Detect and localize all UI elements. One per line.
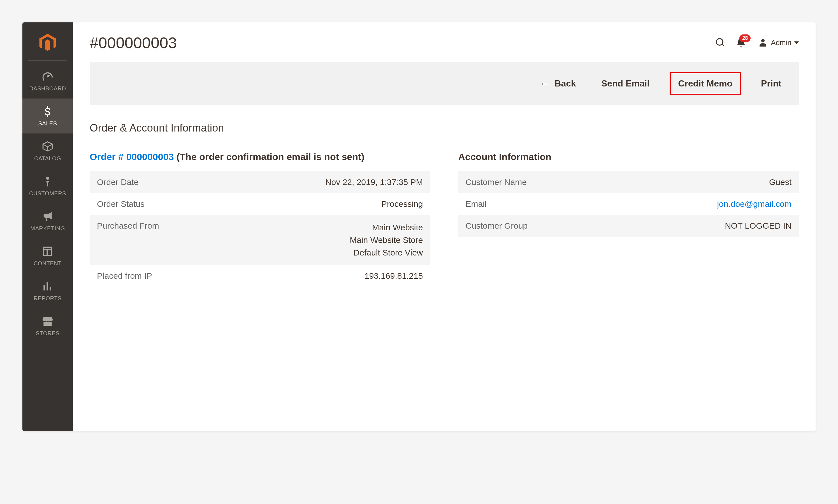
sidebar-item-label: CATALOG — [34, 155, 61, 162]
sidebar-item-label: DASHBOARD — [29, 85, 66, 92]
order-link[interactable]: Order # 000000003 — [90, 151, 174, 162]
table-row: Purchased From Main Website Main Website… — [90, 215, 430, 265]
chevron-down-icon — [794, 41, 799, 44]
action-bar: ← Back Send Email Credit Memo Print — [90, 62, 799, 105]
person-icon — [41, 175, 54, 187]
app-window: DASHBOARD SALES CATALOG CUSTOMERS MARKET — [22, 22, 816, 431]
account-heading: Account Information — [458, 150, 799, 163]
gauge-icon — [41, 70, 54, 83]
notifications-button[interactable]: 28 — [735, 37, 747, 49]
notifications-badge: 28 — [739, 34, 751, 42]
sidebar-item-dashboard[interactable]: DASHBOARD — [22, 64, 73, 98]
main-content: #000000003 28 Admin ← Back — [73, 22, 816, 431]
table-row: Placed from IP 193.169.81.215 — [90, 265, 430, 287]
placed-ip-label: Placed from IP — [90, 265, 253, 287]
section-title: Order & Account Information — [90, 122, 799, 139]
topbar: #000000003 28 Admin — [90, 34, 799, 62]
table-row: Order Status Processing — [90, 193, 430, 215]
layout-icon — [41, 245, 54, 257]
customer-name-label: Customer Name — [458, 171, 622, 193]
arrow-left-icon: ← — [540, 78, 549, 89]
sidebar-item-label: CUSTOMERS — [29, 190, 66, 197]
search-icon — [713, 37, 724, 49]
store-icon — [41, 315, 54, 327]
order-date-value: Nov 22, 2019, 1:37:35 PM — [253, 171, 430, 193]
account-info-column: Account Information Customer Name Guest … — [458, 150, 799, 287]
page-title: #000000003 — [90, 34, 713, 52]
print-button[interactable]: Print — [756, 75, 786, 91]
search-button[interactable] — [713, 37, 724, 49]
sidebar-item-stores[interactable]: STORES — [22, 308, 73, 343]
info-columns: Order # 000000003 (The order confirmatio… — [90, 150, 799, 287]
user-menu-button[interactable]: Admin — [758, 38, 799, 48]
box-icon — [41, 140, 54, 152]
order-heading: Order # 000000003 (The order confirmatio… — [90, 150, 430, 163]
table-row: Customer Group NOT LOGGED IN — [458, 215, 799, 237]
topbar-actions: 28 Admin — [713, 37, 799, 49]
send-email-button[interactable]: Send Email — [596, 75, 655, 91]
sidebar-item-catalog[interactable]: CATALOG — [22, 133, 73, 168]
print-label: Print — [761, 78, 782, 89]
sidebar-item-marketing[interactable]: MARKETING — [22, 203, 73, 238]
bar-chart-icon — [41, 280, 54, 292]
credit-memo-button[interactable]: Credit Memo — [670, 72, 741, 95]
megaphone-icon — [41, 210, 54, 222]
table-row: Email jon.doe@gmail.com — [458, 193, 799, 215]
sidebar-item-label: REPORTS — [34, 295, 62, 302]
sidebar-item-reports[interactable]: REPORTS — [22, 273, 73, 308]
back-label: Back — [554, 78, 576, 89]
table-row: Order Date Nov 22, 2019, 1:37:35 PM — [90, 171, 430, 193]
customer-group-label: Customer Group — [458, 215, 622, 237]
magento-logo[interactable] — [28, 28, 67, 61]
sidebar-item-sales[interactable]: SALES — [22, 98, 73, 133]
user-icon — [758, 38, 768, 48]
customer-group-value: NOT LOGGED IN — [622, 215, 799, 237]
dollar-icon — [41, 105, 54, 118]
order-status-value: Processing — [253, 193, 430, 215]
customer-email-value[interactable]: jon.doe@gmail.com — [622, 193, 799, 215]
customer-email-label: Email — [458, 193, 622, 215]
sidebar-item-customers[interactable]: CUSTOMERS — [22, 168, 73, 203]
sidebar-item-label: CONTENT — [34, 260, 62, 267]
purchased-from-label: Purchased From — [90, 215, 253, 265]
placed-ip-value: 193.169.81.215 — [253, 265, 430, 287]
sidebar-item-label: MARKETING — [30, 225, 65, 232]
sidebar-item-label: STORES — [36, 330, 60, 337]
sidebar-item-content[interactable]: CONTENT — [22, 238, 73, 273]
account-info-table: Customer Name Guest Email jon.doe@gmail.… — [458, 171, 799, 237]
credit-memo-label: Credit Memo — [678, 78, 732, 89]
table-row: Customer Name Guest — [458, 171, 799, 193]
order-status-label: Order Status — [90, 193, 253, 215]
order-info-column: Order # 000000003 (The order confirmatio… — [90, 150, 430, 287]
admin-sidebar: DASHBOARD SALES CATALOG CUSTOMERS MARKET — [22, 22, 73, 431]
send-email-label: Send Email — [601, 78, 650, 89]
sidebar-item-label: SALES — [38, 120, 57, 127]
user-label: Admin — [771, 38, 791, 47]
order-info-table: Order Date Nov 22, 2019, 1:37:35 PM Orde… — [90, 171, 430, 287]
back-button[interactable]: ← Back — [535, 75, 581, 92]
purchased-from-value: Main Website Main Website Store Default … — [253, 215, 430, 265]
order-date-label: Order Date — [90, 171, 253, 193]
customer-name-value: Guest — [622, 171, 799, 193]
